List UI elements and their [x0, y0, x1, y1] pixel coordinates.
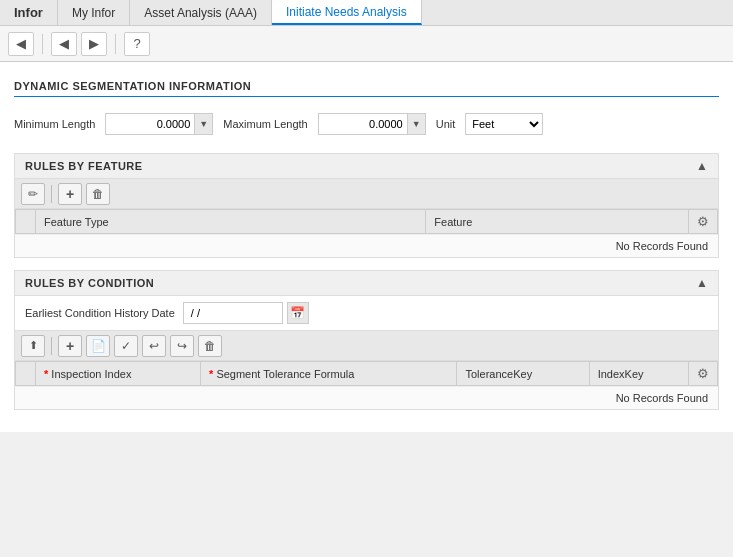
feature-type-header: Feature Type: [36, 210, 426, 234]
condition-delete-button[interactable]: 🗑: [198, 335, 222, 357]
unit-select[interactable]: Feet Meters Miles Kilometers: [465, 113, 543, 135]
segment-tolerance-header: * Segment Tolerance Formula: [201, 362, 457, 386]
segment-tolerance-label: Segment Tolerance Formula: [216, 368, 354, 380]
inspection-index-header: * Inspection Index: [36, 362, 201, 386]
feature-no-records: No Records Found: [15, 234, 718, 257]
rules-by-condition-title: RULES BY CONDITION: [25, 277, 154, 289]
condition-add-button[interactable]: +: [58, 335, 82, 357]
condition-check-button[interactable]: ✓: [114, 335, 138, 357]
feature-settings-icon[interactable]: ⚙: [697, 214, 709, 229]
max-length-input-group: ▼: [318, 113, 426, 135]
tab-asset-analysis[interactable]: Asset Analysis (AAA): [130, 0, 272, 25]
unit-label: Unit: [436, 118, 456, 130]
segmentation-form-row: Minimum Length ▼ Maximum Length ▼ Unit F…: [14, 107, 719, 141]
rules-by-condition-collapse-btn[interactable]: ▲: [696, 276, 708, 290]
tab-bar: Infor My Infor Asset Analysis (AAA) Init…: [0, 0, 733, 26]
calendar-button[interactable]: 📅: [287, 302, 309, 324]
earliest-condition-label: Earliest Condition History Date: [25, 307, 175, 319]
tab-initiate-needs-analysis[interactable]: Initiate Needs Analysis: [272, 0, 422, 25]
condition-add-icon: +: [66, 338, 74, 354]
feature-add-button[interactable]: +: [58, 183, 82, 205]
condition-settings-icon[interactable]: ⚙: [697, 366, 709, 381]
main-toolbar: ◀ ◀ ▶ ?: [0, 26, 733, 62]
condition-no-records: No Records Found: [15, 386, 718, 409]
condition-toolbar-sep1: [51, 337, 52, 355]
max-length-spinner[interactable]: ▼: [408, 113, 426, 135]
index-key-header: IndexKey: [589, 362, 688, 386]
main-content: DYNAMIC SEGMENTATION INFORMATION Minimum…: [0, 62, 733, 432]
condition-export-button[interactable]: ⬆: [21, 335, 45, 357]
rules-by-feature-table: Feature Type Feature ⚙: [15, 209, 718, 234]
min-length-input[interactable]: [105, 113, 195, 135]
date-input[interactable]: [183, 302, 283, 324]
help-button[interactable]: ?: [124, 32, 150, 56]
rules-by-feature-toolbar: ✏ + 🗑: [15, 179, 718, 209]
feature-settings-header: ⚙: [689, 210, 718, 234]
feature-add-icon: +: [66, 186, 74, 202]
feature-delete-button[interactable]: 🗑: [86, 183, 110, 205]
segment-tolerance-required-star: *: [209, 368, 213, 380]
toolbar-separator-2: [115, 34, 116, 54]
min-length-spinner[interactable]: ▼: [195, 113, 213, 135]
feature-header: Feature: [426, 210, 689, 234]
condition-check-header: [16, 362, 36, 386]
feature-toolbar-sep: [51, 185, 52, 203]
rules-by-condition-table: * Inspection Index * Segment Tolerance F…: [15, 361, 718, 386]
dynamic-segmentation-header: DYNAMIC SEGMENTATION INFORMATION: [14, 72, 719, 97]
app-logo: Infor: [0, 0, 58, 25]
max-length-label: Maximum Length: [223, 118, 307, 130]
feature-edit-button[interactable]: ✏: [21, 183, 45, 205]
condition-settings-header: ⚙: [689, 362, 718, 386]
rules-by-feature-title: RULES BY FEATURE: [25, 160, 143, 172]
inspection-index-label: Inspection Index: [51, 368, 131, 380]
condition-add-file-button[interactable]: 📄: [86, 335, 110, 357]
condition-export-icon: ⬆: [29, 339, 38, 352]
max-length-input[interactable]: [318, 113, 408, 135]
min-length-input-group: ▼: [105, 113, 213, 135]
rules-by-condition-section: RULES BY CONDITION ▲ Earliest Condition …: [14, 270, 719, 410]
min-length-label: Minimum Length: [14, 118, 95, 130]
next-button[interactable]: ▶: [81, 32, 107, 56]
condition-redo-button[interactable]: ↪: [170, 335, 194, 357]
prev-button[interactable]: ◀: [51, 32, 77, 56]
rules-by-condition-header: RULES BY CONDITION ▲: [15, 271, 718, 296]
back-button[interactable]: ◀: [8, 32, 34, 56]
date-input-container: 📅: [183, 302, 309, 324]
tab-my-infor[interactable]: My Infor: [58, 0, 130, 25]
condition-undo-button[interactable]: ↩: [142, 335, 166, 357]
rules-by-feature-collapse-btn[interactable]: ▲: [696, 159, 708, 173]
inspection-index-required-star: *: [44, 368, 48, 380]
feature-check-header: [16, 210, 36, 234]
rules-by-condition-toolbar: ⬆ + 📄 ✓ ↩ ↪ 🗑: [15, 331, 718, 361]
tolerance-key-header: ToleranceKey: [457, 362, 589, 386]
rules-by-feature-header: RULES BY FEATURE ▲: [15, 154, 718, 179]
condition-date-row: Earliest Condition History Date 📅: [15, 296, 718, 331]
rules-by-feature-section: RULES BY FEATURE ▲ ✏ + 🗑 Feature Type Fe…: [14, 153, 719, 258]
toolbar-separator-1: [42, 34, 43, 54]
